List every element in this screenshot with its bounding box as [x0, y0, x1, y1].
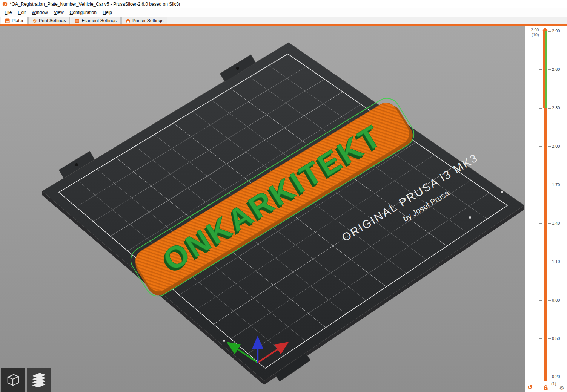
tabbar: Plater ⚙ Print Settings Filament Setting… — [0, 17, 567, 26]
slider-actions: ↺ ⚙ — [525, 384, 567, 391]
layer-slider-panel: 2.90 (10) 2.90 2.60 2.30 2.00 1.70 1.40 … — [525, 26, 567, 392]
tab-filament-settings[interactable]: Filament Settings — [71, 17, 121, 24]
menu-view[interactable]: View — [51, 9, 67, 16]
tab-print-settings[interactable]: ⚙ Print Settings — [28, 17, 70, 24]
layer-slider-track-upper-orange[interactable] — [543, 30, 545, 108]
layer-slider-track-upper-green[interactable] — [545, 30, 547, 108]
filament-spool-icon — [75, 18, 80, 23]
tab-plater[interactable]: Plater — [1, 17, 28, 24]
bed-tab-hole — [236, 67, 239, 70]
view-toggle — [1, 368, 51, 392]
bed-screw-dot — [469, 216, 471, 219]
print-settings-gear-icon: ⚙ — [32, 18, 37, 23]
window-title: *OA_Registration_Plate_Number_Vehicle_Ca… — [10, 2, 180, 7]
scene-canvas: ORIGINAL PRUSA i3 MK3 by Josef Prusa ONK… — [0, 26, 525, 392]
menu-file[interactable]: File — [2, 9, 15, 16]
menubar: File Edit Window View Configuration Help — [0, 8, 567, 17]
main-area: ORIGINAL PRUSA i3 MK3 by Josef Prusa ONK… — [0, 26, 567, 392]
menu-help[interactable]: Help — [100, 9, 115, 16]
menu-window[interactable]: Window — [29, 9, 51, 16]
menu-configuration[interactable]: Configuration — [67, 9, 100, 16]
layers-icon — [30, 371, 48, 388]
app-icon — [2, 2, 8, 7]
printer-icon — [126, 18, 131, 23]
bed-screw-dot — [501, 191, 503, 193]
layer-slider-handle[interactable] — [542, 27, 548, 31]
undo-icon[interactable]: ↺ — [527, 384, 532, 390]
gear-icon[interactable]: ⚙ — [559, 385, 564, 390]
cube-icon — [5, 371, 21, 388]
tab-printer-settings[interactable]: Printer Settings — [121, 17, 167, 24]
slider-top-layer-index: (10) — [532, 32, 539, 37]
bed-screw-dot — [223, 340, 225, 342]
editor-view-button[interactable] — [1, 368, 25, 392]
menu-edit[interactable]: Edit — [15, 9, 29, 16]
titlebar: *OA_Registration_Plate_Number_Vehicle_Ca… — [0, 0, 567, 8]
lock-icon[interactable] — [543, 385, 548, 390]
3d-viewport[interactable]: ORIGINAL PRUSA i3 MK3 by Josef Prusa ONK… — [0, 26, 525, 392]
bed-tab-hole — [75, 163, 78, 166]
layer-slider-track[interactable] — [544, 108, 547, 381]
slider-top-value: 2.90 — [531, 28, 539, 32]
preview-view-button[interactable] — [27, 368, 51, 392]
plater-icon — [5, 18, 10, 23]
